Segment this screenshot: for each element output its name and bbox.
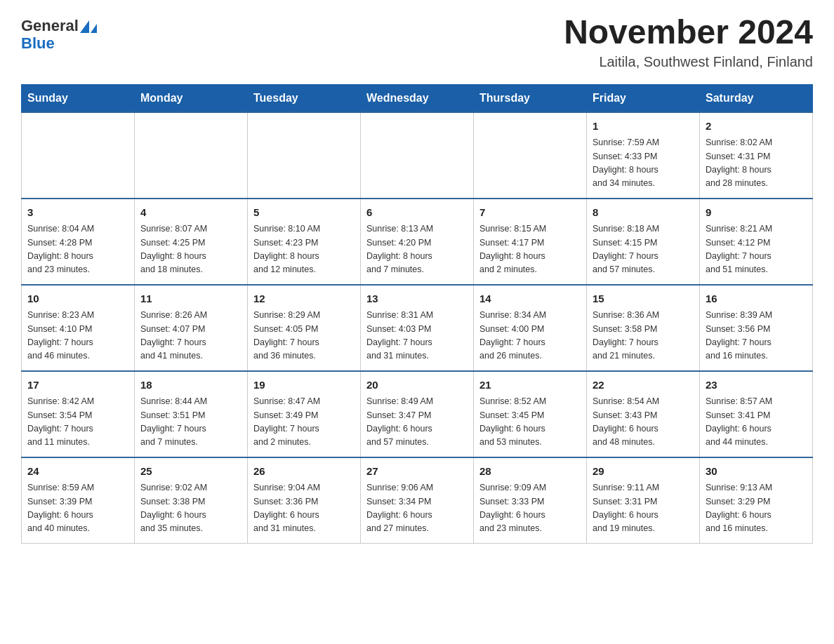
logo-general: General xyxy=(21,18,79,34)
calendar-cell: 7Sunrise: 8:15 AMSunset: 4:17 PMDaylight… xyxy=(474,199,587,285)
day-number: 18 xyxy=(140,377,241,394)
calendar-cell: 25Sunrise: 9:02 AMSunset: 3:38 PMDayligh… xyxy=(135,457,248,544)
day-info: Sunrise: 9:06 AMSunset: 3:34 PMDaylight:… xyxy=(366,481,468,536)
calendar-cell xyxy=(361,112,474,199)
day-number: 28 xyxy=(479,464,581,480)
day-number: 6 xyxy=(366,205,468,221)
day-number: 13 xyxy=(366,291,468,307)
calendar-cell: 6Sunrise: 8:13 AMSunset: 4:20 PMDaylight… xyxy=(361,199,474,285)
calendar-cell: 18Sunrise: 8:44 AMSunset: 3:51 PMDayligh… xyxy=(135,371,248,457)
calendar-cell xyxy=(248,112,361,199)
day-number: 26 xyxy=(253,464,355,480)
calendar-cell: 4Sunrise: 8:07 AMSunset: 4:25 PMDaylight… xyxy=(135,199,248,285)
day-info: Sunrise: 8:10 AMSunset: 4:23 PMDaylight:… xyxy=(253,222,355,277)
day-number: 8 xyxy=(593,205,694,221)
week-row-2: 3Sunrise: 8:04 AMSunset: 4:28 PMDaylight… xyxy=(22,199,813,285)
day-number: 16 xyxy=(706,291,807,307)
day-number: 24 xyxy=(27,464,128,480)
day-number: 23 xyxy=(706,377,807,394)
day-number: 20 xyxy=(366,377,468,394)
col-thursday: Thursday xyxy=(474,84,587,112)
calendar-cell: 19Sunrise: 8:47 AMSunset: 3:49 PMDayligh… xyxy=(248,371,361,457)
calendar-cell: 29Sunrise: 9:11 AMSunset: 3:31 PMDayligh… xyxy=(587,457,700,544)
week-row-5: 24Sunrise: 8:59 AMSunset: 3:39 PMDayligh… xyxy=(22,457,813,544)
day-info: Sunrise: 8:49 AMSunset: 3:47 PMDaylight:… xyxy=(366,395,468,450)
calendar-cell xyxy=(135,112,248,199)
calendar-cell: 23Sunrise: 8:57 AMSunset: 3:41 PMDayligh… xyxy=(700,371,813,457)
day-info: Sunrise: 7:59 AMSunset: 4:33 PMDaylight:… xyxy=(593,136,694,191)
day-number: 21 xyxy=(479,377,581,394)
col-tuesday: Tuesday xyxy=(248,84,361,112)
day-number: 29 xyxy=(593,464,694,480)
calendar-cell: 2Sunrise: 8:02 AMSunset: 4:31 PMDaylight… xyxy=(700,112,813,199)
day-info: Sunrise: 8:02 AMSunset: 4:31 PMDaylight:… xyxy=(706,136,807,191)
day-info: Sunrise: 8:13 AMSunset: 4:20 PMDaylight:… xyxy=(366,222,468,277)
day-number: 11 xyxy=(140,291,241,307)
calendar-cell: 17Sunrise: 8:42 AMSunset: 3:54 PMDayligh… xyxy=(22,371,135,457)
calendar-cell: 14Sunrise: 8:34 AMSunset: 4:00 PMDayligh… xyxy=(474,285,587,371)
day-number: 15 xyxy=(593,291,694,307)
calendar-cell: 13Sunrise: 8:31 AMSunset: 4:03 PMDayligh… xyxy=(361,285,474,371)
day-info: Sunrise: 8:57 AMSunset: 3:41 PMDaylight:… xyxy=(706,395,807,450)
col-wednesday: Wednesday xyxy=(361,84,474,112)
day-number: 4 xyxy=(140,205,241,221)
week-row-4: 17Sunrise: 8:42 AMSunset: 3:54 PMDayligh… xyxy=(22,371,813,457)
day-info: Sunrise: 8:54 AMSunset: 3:43 PMDaylight:… xyxy=(593,395,694,450)
header: General Blue November 2024 Laitila, Sout… xyxy=(21,14,813,70)
day-info: Sunrise: 8:29 AMSunset: 4:05 PMDaylight:… xyxy=(253,309,355,363)
day-info: Sunrise: 8:31 AMSunset: 4:03 PMDaylight:… xyxy=(366,309,468,363)
day-info: Sunrise: 8:23 AMSunset: 4:10 PMDaylight:… xyxy=(27,309,128,363)
day-info: Sunrise: 8:47 AMSunset: 3:49 PMDaylight:… xyxy=(253,395,355,450)
calendar-cell: 30Sunrise: 9:13 AMSunset: 3:29 PMDayligh… xyxy=(700,457,813,544)
day-number: 3 xyxy=(27,205,128,221)
calendar-cell: 16Sunrise: 8:39 AMSunset: 3:56 PMDayligh… xyxy=(700,285,813,371)
day-number: 10 xyxy=(27,291,128,307)
calendar-cell: 11Sunrise: 8:26 AMSunset: 4:07 PMDayligh… xyxy=(135,285,248,371)
day-number: 9 xyxy=(706,205,807,221)
week-row-1: 1Sunrise: 7:59 AMSunset: 4:33 PMDaylight… xyxy=(22,112,813,199)
day-number: 2 xyxy=(706,119,807,135)
header-row: Sunday Monday Tuesday Wednesday Thursday… xyxy=(22,84,813,112)
day-number: 27 xyxy=(366,464,468,480)
col-friday: Friday xyxy=(587,84,700,112)
month-title: November 2024 xyxy=(564,14,813,51)
day-info: Sunrise: 9:02 AMSunset: 3:38 PMDaylight:… xyxy=(140,481,241,536)
day-number: 17 xyxy=(27,377,128,394)
day-info: Sunrise: 8:34 AMSunset: 4:00 PMDaylight:… xyxy=(479,309,581,363)
day-info: Sunrise: 8:07 AMSunset: 4:25 PMDaylight:… xyxy=(140,222,241,277)
day-number: 14 xyxy=(479,291,581,307)
logo: General Blue xyxy=(21,14,97,52)
day-number: 25 xyxy=(140,464,241,480)
day-number: 22 xyxy=(593,377,694,394)
calendar-cell: 22Sunrise: 8:54 AMSunset: 3:43 PMDayligh… xyxy=(587,371,700,457)
calendar-cell: 26Sunrise: 9:04 AMSunset: 3:36 PMDayligh… xyxy=(248,457,361,544)
week-row-3: 10Sunrise: 8:23 AMSunset: 4:10 PMDayligh… xyxy=(22,285,813,371)
day-info: Sunrise: 8:15 AMSunset: 4:17 PMDaylight:… xyxy=(479,222,581,277)
calendar-cell: 12Sunrise: 8:29 AMSunset: 4:05 PMDayligh… xyxy=(248,285,361,371)
day-info: Sunrise: 8:52 AMSunset: 3:45 PMDaylight:… xyxy=(479,395,581,450)
col-saturday: Saturday xyxy=(700,84,813,112)
title-area: November 2024 Laitila, Southwest Finland… xyxy=(564,14,813,70)
day-info: Sunrise: 8:21 AMSunset: 4:12 PMDaylight:… xyxy=(706,222,807,277)
calendar-cell: 1Sunrise: 7:59 AMSunset: 4:33 PMDaylight… xyxy=(587,112,700,199)
day-number: 12 xyxy=(253,291,355,307)
day-info: Sunrise: 8:04 AMSunset: 4:28 PMDaylight:… xyxy=(27,222,128,277)
calendar-cell xyxy=(22,112,135,199)
day-number: 7 xyxy=(479,205,581,221)
calendar-table: Sunday Monday Tuesday Wednesday Thursday… xyxy=(21,84,813,544)
day-number: 30 xyxy=(706,464,807,480)
calendar-cell: 28Sunrise: 9:09 AMSunset: 3:33 PMDayligh… xyxy=(474,457,587,544)
day-info: Sunrise: 8:36 AMSunset: 3:58 PMDaylight:… xyxy=(593,309,694,363)
col-sunday: Sunday xyxy=(22,84,135,112)
day-number: 5 xyxy=(253,205,355,221)
col-monday: Monday xyxy=(135,84,248,112)
logo-blue: Blue xyxy=(21,35,55,52)
calendar-cell: 10Sunrise: 8:23 AMSunset: 4:10 PMDayligh… xyxy=(22,285,135,371)
calendar-cell: 3Sunrise: 8:04 AMSunset: 4:28 PMDaylight… xyxy=(22,199,135,285)
calendar-cell: 8Sunrise: 8:18 AMSunset: 4:15 PMDaylight… xyxy=(587,199,700,285)
day-info: Sunrise: 8:26 AMSunset: 4:07 PMDaylight:… xyxy=(140,309,241,363)
day-info: Sunrise: 9:04 AMSunset: 3:36 PMDaylight:… xyxy=(253,481,355,536)
day-info: Sunrise: 8:59 AMSunset: 3:39 PMDaylight:… xyxy=(27,481,128,536)
day-number: 1 xyxy=(593,119,694,135)
day-info: Sunrise: 8:18 AMSunset: 4:15 PMDaylight:… xyxy=(593,222,694,277)
